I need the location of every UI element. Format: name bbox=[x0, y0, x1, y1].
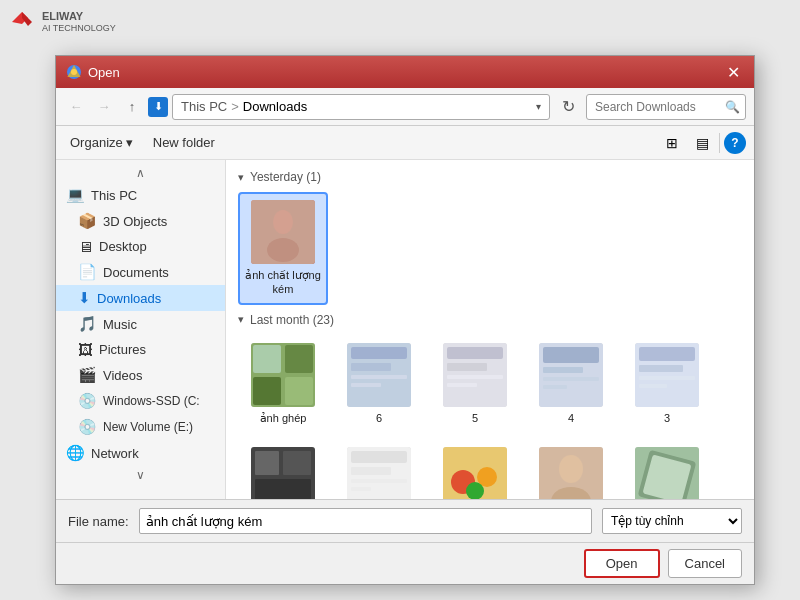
open-dialog: Open ✕ ← → ↑ ⬇ This PC > Downloads ▾ ↻ 🔍… bbox=[55, 55, 755, 585]
path-this-pc: This PC bbox=[181, 99, 227, 114]
svg-rect-8 bbox=[253, 377, 281, 405]
file-item-5[interactable]: 5 bbox=[430, 335, 520, 433]
file-item-2[interactable]: 2 bbox=[238, 439, 328, 499]
back-button[interactable]: ← bbox=[64, 95, 88, 119]
path-icon: ⬇ bbox=[148, 97, 168, 117]
view-list-button[interactable]: ▤ bbox=[689, 130, 715, 156]
sidebar-item-this-pc[interactable]: 💻 This PC bbox=[56, 182, 225, 208]
help-button[interactable]: ? bbox=[724, 132, 746, 154]
sidebar-scroll-down: ∨ bbox=[56, 466, 225, 484]
svg-rect-27 bbox=[639, 365, 683, 372]
file-item-xoay[interactable]: xoay bbox=[622, 439, 712, 499]
sidebar: ∧ 💻 This PC 📦 3D Objects 🖥 Desktop 📄 Doc… bbox=[56, 160, 226, 499]
toolbar-divider bbox=[719, 133, 720, 153]
path-bar[interactable]: This PC > Downloads ▾ bbox=[172, 94, 550, 120]
cancel-button[interactable]: Cancel bbox=[668, 549, 742, 578]
file-item-1[interactable]: 1 bbox=[334, 439, 424, 499]
close-button[interactable]: ✕ bbox=[722, 61, 744, 83]
new-volume-icon: 💿 bbox=[78, 418, 97, 436]
downloads-icon: ⬇ bbox=[78, 289, 91, 307]
network-icon: 🌐 bbox=[66, 444, 85, 462]
file-name-6: 6 bbox=[376, 411, 382, 425]
file-item-4[interactable]: 4 bbox=[526, 335, 616, 433]
svg-rect-12 bbox=[351, 363, 391, 371]
sidebar-scroll-up: ∧ bbox=[56, 164, 225, 182]
svg-rect-31 bbox=[255, 451, 279, 475]
desktop-icon: 🖥 bbox=[78, 238, 93, 255]
svg-rect-28 bbox=[639, 376, 695, 380]
new-folder-button[interactable]: New folder bbox=[147, 132, 221, 153]
organize-button[interactable]: Organize ▾ bbox=[64, 132, 139, 153]
sidebar-item-downloads[interactable]: ⬇ Downloads bbox=[56, 285, 225, 311]
sidebar-item-pictures[interactable]: 🖼 Pictures bbox=[56, 337, 225, 362]
svg-rect-29 bbox=[639, 384, 667, 388]
group-header-yesterday: Yesterday (1) bbox=[232, 166, 748, 188]
file-thumb-6 bbox=[347, 343, 411, 407]
svg-rect-16 bbox=[447, 347, 503, 359]
sidebar-item-desktop[interactable]: 🖥 Desktop bbox=[56, 234, 225, 259]
this-pc-icon: 💻 bbox=[66, 186, 85, 204]
svg-rect-13 bbox=[351, 375, 407, 379]
path-downloads: Downloads bbox=[243, 99, 307, 114]
sidebar-item-videos[interactable]: 🎬 Videos bbox=[56, 362, 225, 388]
thumb-svg-portrait bbox=[251, 200, 315, 264]
sidebar-item-documents[interactable]: 📄 Documents bbox=[56, 259, 225, 285]
title-bar: Open ✕ bbox=[56, 56, 754, 88]
forward-button[interactable]: → bbox=[92, 95, 116, 119]
svg-rect-35 bbox=[351, 451, 407, 463]
file-thumb-5 bbox=[443, 343, 507, 407]
svg-rect-19 bbox=[447, 383, 477, 387]
last-month-file-grid: ảnh ghép 6 bbox=[232, 331, 748, 499]
svg-rect-36 bbox=[351, 467, 391, 475]
file-item-trai-cay[interactable]: trái cây bbox=[430, 439, 520, 499]
sidebar-item-music[interactable]: 🎵 Music bbox=[56, 311, 225, 337]
svg-rect-38 bbox=[351, 487, 371, 491]
svg-point-3 bbox=[273, 210, 293, 234]
svg-rect-18 bbox=[447, 375, 503, 379]
svg-rect-26 bbox=[639, 347, 695, 361]
file-item-anh-mau-1[interactable]: ảnh mẫu 1 bbox=[526, 439, 616, 499]
filetype-select[interactable]: Tệp tùy chỉnh All files (*.*) bbox=[602, 508, 742, 534]
logo-icon bbox=[8, 8, 36, 36]
filename-label: File name: bbox=[68, 514, 129, 529]
thumb-svg-2 bbox=[251, 447, 315, 499]
thumb-svg-trai-cay bbox=[443, 447, 507, 499]
file-name-5: 5 bbox=[472, 411, 478, 425]
path-dropdown-arrow[interactable]: ▾ bbox=[536, 101, 541, 112]
file-thumb-anh-ghep bbox=[251, 343, 315, 407]
file-item-anh-ghep[interactable]: ảnh ghép bbox=[238, 335, 328, 433]
filename-input[interactable] bbox=[139, 508, 592, 534]
group-header-last-month: Last month (23) bbox=[232, 309, 748, 331]
logo-area: ELIWAY AI TECHNOLOGY bbox=[8, 8, 116, 36]
svg-rect-7 bbox=[285, 345, 313, 373]
file-item-anh-chat-luong-kem[interactable]: ảnh chất lượng kém bbox=[238, 192, 328, 305]
sidebar-item-3d-objects[interactable]: 📦 3D Objects bbox=[56, 208, 225, 234]
sidebar-item-new-volume[interactable]: 💿 New Volume (E:) bbox=[56, 414, 225, 440]
toolbar-right: ⊞ ▤ ? bbox=[659, 130, 746, 156]
file-thumb-anh-chat-luong-kem bbox=[251, 200, 315, 264]
svg-rect-37 bbox=[351, 479, 407, 483]
svg-rect-17 bbox=[447, 363, 487, 371]
open-button[interactable]: Open bbox=[584, 549, 660, 578]
dialog-title: Open bbox=[88, 65, 120, 80]
pictures-icon: 🖼 bbox=[78, 341, 93, 358]
search-input[interactable] bbox=[586, 94, 746, 120]
address-bar: ← → ↑ ⬇ This PC > Downloads ▾ ↻ 🔍 bbox=[56, 88, 754, 126]
file-name-anh-chat-luong-kem: ảnh chất lượng kém bbox=[244, 268, 322, 297]
svg-rect-11 bbox=[351, 347, 407, 359]
music-icon: 🎵 bbox=[78, 315, 97, 333]
bottom-bar: File name: Tệp tùy chỉnh All files (*.*) bbox=[56, 499, 754, 542]
documents-icon: 📄 bbox=[78, 263, 97, 281]
sidebar-item-windows-ssd[interactable]: 💿 Windows-SSD (C: bbox=[56, 388, 225, 414]
up-button[interactable]: ↑ bbox=[120, 95, 144, 119]
sidebar-item-network[interactable]: 🌐 Network bbox=[56, 440, 225, 466]
view-grid-button[interactable]: ⊞ bbox=[659, 130, 685, 156]
file-item-3[interactable]: 3 bbox=[622, 335, 712, 433]
file-thumb-anh-mau-1 bbox=[539, 447, 603, 499]
svg-point-4 bbox=[267, 238, 299, 262]
refresh-button[interactable]: ↻ bbox=[554, 93, 582, 121]
thumb-svg-1 bbox=[347, 447, 411, 499]
svg-rect-9 bbox=[285, 377, 313, 405]
file-item-6[interactable]: 6 bbox=[334, 335, 424, 433]
videos-icon: 🎬 bbox=[78, 366, 97, 384]
